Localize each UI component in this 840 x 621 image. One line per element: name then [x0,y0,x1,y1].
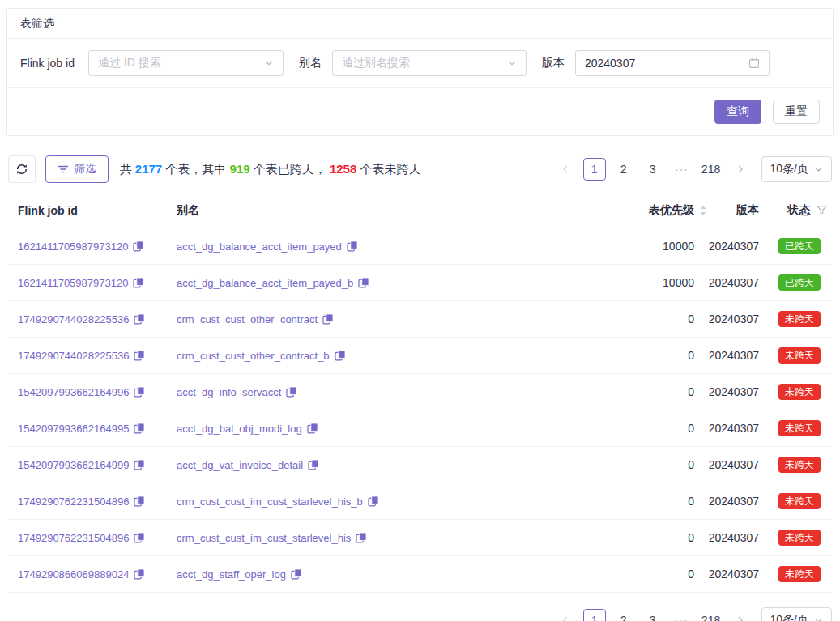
status-badge: 未跨天 [778,530,821,546]
table-header-row: Flink job id 别名 表优先级 版本 状态 [8,193,832,228]
status-badge: 未跨天 [778,457,821,473]
page-button-1[interactable]: 1 [583,609,606,621]
flink-job-id-select[interactable]: 通过 ID 搜索 [88,50,284,76]
flink-job-id-link[interactable]: 1749290762231504896 [18,496,129,508]
page-button-3[interactable]: 3 [642,158,664,181]
copy-icon[interactable] [134,350,145,361]
copy-icon[interactable] [133,277,144,288]
col-header-status[interactable]: 状态 [759,203,832,218]
priority-value: 0 [591,458,713,471]
filter-toggle-label: 筛选 [75,162,96,177]
alias-link[interactable]: acct_dg_info_servacct [177,386,281,398]
alias-link[interactable]: crm_cust_cust_im_cust_starlevel_his_b [177,496,363,508]
copy-icon[interactable] [133,240,144,252]
alias-link[interactable]: crm_cust_cust_other_contract [177,313,318,325]
sort-carets-icon[interactable] [699,205,707,216]
version-value: 20240307 [713,313,759,325]
table-row: 1621411705987973120 acct_dg_balance_acct… [8,265,832,301]
copy-icon[interactable] [134,459,145,470]
alias-link[interactable]: acct_dg_balance_acct_item_payed [177,240,342,253]
next-page-button[interactable] [729,158,752,181]
flink-job-id-link[interactable]: 1542097993662164999 [18,459,129,471]
copy-icon[interactable] [134,568,145,580]
chevron-down-icon [264,58,274,68]
table-row: 1542097993662164999 acct_dg_vat_invoice_… [8,447,832,483]
pagination-top: 1 2 3 ··· 218 10条/页 [554,156,832,182]
summary-not-crossed-count: 1258 [330,162,356,176]
alias-link[interactable]: acct_dg_bal_obj_modi_log [177,423,302,435]
copy-icon[interactable] [335,350,346,361]
alias-link[interactable]: acct_dg_balance_acct_item_payed_b [177,277,353,289]
page-button-last[interactable]: 218 [700,158,723,181]
filter-toggle-button[interactable]: 筛选 [45,155,109,183]
page-button-last[interactable]: 218 [700,609,723,621]
next-page-button[interactable] [729,609,752,621]
reset-button[interactable]: 重置 [773,100,820,124]
query-button[interactable]: 查询 [714,100,761,124]
flink-job-id-link[interactable]: 1542097993662164995 [18,423,129,435]
alias-select[interactable]: 通过别名搜索 [332,50,527,76]
priority-value: 0 [591,568,713,581]
page-button-2[interactable]: 2 [612,158,635,181]
copy-icon[interactable] [358,277,369,288]
alias-link[interactable]: acct_dg_staff_oper_log [177,568,286,581]
copy-icon[interactable] [134,313,145,325]
flink-job-id-link[interactable]: 1749290762231504896 [18,532,129,544]
page-button-1[interactable]: 1 [583,158,606,181]
prev-page-button[interactable] [554,609,577,621]
copy-icon[interactable] [308,459,319,470]
chevron-down-icon [814,165,823,174]
status-badge: 已跨天 [778,274,821,291]
page-size-select[interactable]: 10条/页 [761,607,832,621]
col-header-priority[interactable]: 表优先级 [591,203,713,218]
version-value: 20240307 [713,240,759,253]
summary-crossed-count: 919 [230,162,250,176]
filter-fields-row: Flink job id 通过 ID 搜索 别名 通过别名搜索 版本 20240… [7,39,833,88]
copy-icon[interactable] [356,532,367,543]
copy-icon[interactable] [307,423,318,434]
copy-icon[interactable] [134,496,145,507]
copy-icon[interactable] [347,240,358,252]
summary-text: 共 2177 个表，其中 919 个表已跨天， 1258 个表未跨天 [120,162,421,177]
page-size-select[interactable]: 10条/页 [761,156,832,182]
pagination-bottom: 1 2 3 ··· 218 10条/页 [554,607,832,621]
alias-link[interactable]: acct_dg_vat_invoice_detail [177,459,303,471]
copy-icon[interactable] [134,386,145,398]
flink-job-id-link[interactable]: 1749290744028225536 [18,313,129,325]
version-date-input[interactable]: 20240307 [575,50,770,76]
flink-job-id-label: Flink job id [20,57,75,70]
priority-value: 0 [591,349,713,362]
version-label: 版本 [542,56,565,70]
copy-icon[interactable] [368,496,379,507]
priority-value: 10000 [591,240,713,253]
flink-job-id-link[interactable]: 1621411705987973120 [18,240,128,253]
table-row: 1542097993662164995 acct_dg_bal_obj_modi… [8,410,832,447]
priority-value: 0 [591,422,713,435]
summary-segment: 个表，其中 [162,162,229,176]
alias-link[interactable]: crm_cust_cust_im_cust_starlevel_his [177,532,351,544]
copy-icon[interactable] [134,423,145,434]
alias-link[interactable]: crm_cust_cust_other_contract_b [177,350,330,362]
copy-icon[interactable] [322,313,334,325]
page-ellipsis[interactable]: ··· [671,609,693,621]
page-ellipsis[interactable]: ··· [671,158,693,181]
prev-page-button[interactable] [554,158,577,181]
version-value: 20240307 [585,57,635,70]
version-value: 20240307 [713,458,759,471]
version-value: 20240307 [713,349,759,362]
priority-value: 0 [591,495,713,508]
flink-job-id-link[interactable]: 1749290744028225536 [18,350,129,362]
alias-placeholder: 通过别名搜索 [342,56,410,70]
copy-icon[interactable] [134,532,145,543]
flink-job-id-link[interactable]: 1542097993662164996 [18,386,129,398]
page-button-2[interactable]: 2 [612,609,635,621]
flink-job-id-link[interactable]: 1621411705987973120 [18,277,128,289]
funnel-filter-icon[interactable] [817,205,827,215]
page-button-3[interactable]: 3 [642,609,664,621]
copy-icon[interactable] [286,386,297,398]
copy-icon[interactable] [291,568,302,580]
page-size-value: 10条/页 [770,613,808,621]
flink-job-id-link[interactable]: 1749290866069889024 [18,568,129,581]
refresh-button[interactable] [8,155,36,183]
filter-card: 表筛选 Flink job id 通过 ID 搜索 别名 通过别名搜索 版本 2… [6,8,834,136]
